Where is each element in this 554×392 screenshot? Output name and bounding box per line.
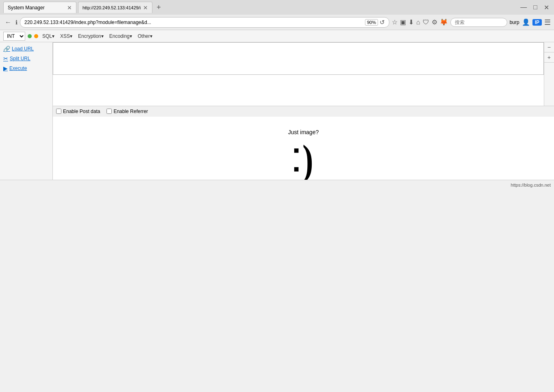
smiley-paren: ) bbox=[302, 139, 313, 180]
browser-toolbar-icons: ☆ ▣ ⬇ ⌂ 🛡 ⚙ 🦊 burp 👤 IP ☰ bbox=[392, 18, 551, 27]
bookmark-icon[interactable]: ☆ bbox=[392, 18, 398, 26]
tab-2-label: http://220.249.52.133:41429/i bbox=[83, 5, 141, 10]
shield-icon[interactable]: 🛡 bbox=[423, 19, 429, 26]
enable-post-text: Enable Post data bbox=[63, 109, 100, 114]
main-content-area: Just image? ■ ■ ) 浏览... 未选择文件。 upload bbox=[53, 117, 554, 180]
search-input[interactable] bbox=[450, 18, 507, 27]
tab-2-close[interactable]: ✕ bbox=[143, 4, 148, 11]
tab-1-label: System Manager bbox=[8, 5, 45, 11]
url-minus-button[interactable]: − bbox=[544, 42, 554, 52]
enable-referrer-text: Enable Referrer bbox=[113, 109, 148, 114]
dot-green bbox=[28, 34, 32, 38]
full-content-area: − + Enable Post data Enable Referrer Jus… bbox=[53, 42, 554, 180]
hackbar: INT STR SQL▾ XSS▾ Encryption▾ Encoding▾ … bbox=[0, 30, 554, 42]
left-panel: 🔗 Load URL ✂ Split URL ▶ Execute bbox=[0, 42, 53, 180]
hackbar-select[interactable]: INT STR bbox=[3, 32, 25, 41]
title-bar: System Manager ✕ http://220.249.52.133:4… bbox=[0, 0, 554, 15]
hamburger-menu-icon[interactable]: ☰ bbox=[544, 18, 551, 27]
url-input-row: − + bbox=[53, 42, 554, 106]
other-menu[interactable]: Other▾ bbox=[136, 33, 154, 39]
tab-2[interactable]: http://220.249.52.133:41429/i ✕ bbox=[78, 2, 152, 13]
dot-bottom: ■ bbox=[294, 164, 299, 174]
execute-label: Execute bbox=[9, 65, 27, 71]
url-plus-button[interactable]: + bbox=[544, 52, 554, 63]
burp-label[interactable]: burp bbox=[510, 20, 519, 25]
status-url: https://blog.csdn.net bbox=[511, 183, 551, 187]
avatar-icon[interactable]: 👤 bbox=[522, 18, 530, 26]
info-icon: ℹ bbox=[15, 19, 17, 26]
enable-referrer-checkbox[interactable] bbox=[106, 109, 112, 114]
status-bar: https://blog.csdn.net bbox=[0, 180, 554, 189]
close-button[interactable]: ✕ bbox=[542, 4, 551, 11]
just-image-heading: Just image? bbox=[288, 129, 319, 135]
dot-orange bbox=[34, 34, 38, 38]
new-tab-button[interactable]: + bbox=[154, 3, 163, 12]
tools-icon[interactable]: ⚙ bbox=[432, 18, 437, 26]
reload-button[interactable]: ↺ bbox=[380, 19, 385, 26]
enable-referrer-label[interactable]: Enable Referrer bbox=[106, 109, 148, 114]
download-icon[interactable]: ⬇ bbox=[408, 18, 414, 26]
ip-badge[interactable]: IP bbox=[532, 19, 542, 26]
split-url-item[interactable]: ✂ Split URL bbox=[0, 54, 52, 63]
zoom-badge[interactable]: 90% bbox=[365, 19, 378, 26]
sql-menu[interactable]: SQL▾ bbox=[41, 33, 56, 39]
url-sidebar-buttons: − + bbox=[544, 42, 554, 106]
reader-icon[interactable]: ▣ bbox=[400, 18, 406, 26]
encryption-menu[interactable]: Encryption▾ bbox=[76, 33, 105, 39]
address-input-box[interactable]: 220.249.52.133:41429/index.php?module=fi… bbox=[20, 17, 389, 28]
encoding-menu[interactable]: Encoding▾ bbox=[108, 33, 134, 39]
page-center-content: Just image? ■ ■ ) 浏览... 未选择文件。 upload bbox=[53, 117, 554, 180]
window-controls: — □ ✕ bbox=[519, 4, 551, 11]
split-url-label: Split URL bbox=[10, 56, 30, 61]
smiley-face: ■ ■ ) bbox=[294, 144, 313, 176]
home-icon[interactable]: ⌂ bbox=[416, 19, 420, 26]
execute-icon: ▶ bbox=[3, 65, 8, 72]
load-url-label: Load URL bbox=[12, 46, 34, 52]
load-url-item[interactable]: 🔗 Load URL bbox=[0, 44, 52, 54]
hackbar-url-section: 🔗 Load URL ✂ Split URL ▶ Execute − + Ena… bbox=[0, 42, 554, 180]
execute-item[interactable]: ▶ Execute bbox=[0, 63, 52, 73]
enable-post-label[interactable]: Enable Post data bbox=[56, 109, 100, 114]
address-text: 220.249.52.133:41429/index.php?module=fi… bbox=[24, 20, 363, 25]
maximize-button[interactable]: □ bbox=[532, 4, 539, 11]
minimize-button[interactable]: — bbox=[519, 4, 528, 11]
smiley-dots: ■ ■ bbox=[294, 145, 299, 174]
back-button[interactable]: ← bbox=[3, 18, 13, 27]
split-url-icon: ✂ bbox=[3, 55, 8, 62]
dot-top: ■ bbox=[294, 145, 299, 156]
addon-icon[interactable]: 🦊 bbox=[440, 18, 448, 26]
url-textarea[interactable] bbox=[53, 42, 544, 75]
tab-strip: System Manager ✕ http://220.249.52.133:4… bbox=[3, 2, 514, 13]
enable-post-checkbox[interactable] bbox=[56, 109, 61, 114]
tab-1[interactable]: System Manager ✕ bbox=[3, 2, 76, 13]
xss-menu[interactable]: XSS▾ bbox=[59, 33, 74, 39]
address-bar: ← ℹ 220.249.52.133:41429/index.php?modul… bbox=[0, 15, 554, 30]
checkbox-row: Enable Post data Enable Referrer bbox=[53, 106, 554, 117]
load-url-icon: 🔗 bbox=[3, 46, 10, 52]
tab-1-close[interactable]: ✕ bbox=[67, 4, 72, 11]
